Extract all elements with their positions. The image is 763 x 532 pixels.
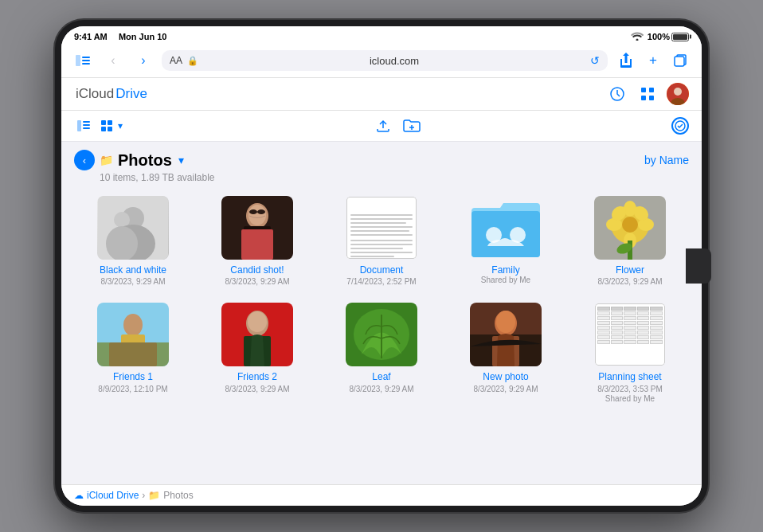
svg-rect-17 (101, 120, 106, 125)
svg-rect-6 (641, 88, 646, 92)
list-item[interactable]: Friends 2 8/3/2023, 9:29 AM (198, 296, 316, 409)
folder-title: Photos (118, 151, 172, 170)
clock-button[interactable] (606, 83, 628, 105)
list-item[interactable]: Black and white 8/3/2023, 9:29 AM (74, 190, 192, 293)
browser-toolbar: ‹ › AA 🔒 icloud.com ↺ + (61, 45, 702, 78)
cloud-icon: ☁ (74, 490, 84, 501)
breadcrumb-current: 📁 Photos (148, 490, 193, 501)
lock-icon: 🔒 (187, 56, 198, 66)
time: 9:41 AM (74, 32, 108, 41)
file-thumbnail-friends1 (97, 303, 169, 366)
file-date: 8/3/2023, 9:29 AM (473, 384, 538, 394)
screen: 9:41 AM Mon Jun 10 100% (61, 26, 702, 506)
svg-point-11 (674, 88, 682, 96)
svg-rect-16 (83, 127, 90, 129)
upload-button[interactable] (371, 114, 395, 138)
svg-rect-51 (109, 342, 157, 366)
folder-icon-crumb: 📁 (148, 490, 160, 501)
svg-rect-7 (649, 88, 654, 92)
file-thumbnail-folder (470, 196, 542, 260)
reload-button[interactable]: ↺ (590, 54, 600, 67)
file-shared: Shared by Me (605, 394, 655, 403)
svg-rect-4 (675, 57, 684, 66)
file-name: Friends 1 (113, 371, 153, 382)
file-thumbnail-flower (594, 196, 666, 260)
file-date: 8/3/2023, 9:29 AM (100, 276, 165, 287)
file-date: 8/3/2023, 9:29 AM (225, 384, 289, 394)
back-circle-button[interactable]: ‹ (74, 150, 95, 170)
new-folder-button[interactable] (400, 114, 424, 138)
icloud-drive-crumb: iCloud Drive (87, 490, 139, 501)
svg-point-30 (248, 205, 266, 225)
grid-button[interactable] (636, 83, 659, 105)
share-button[interactable] (614, 49, 638, 72)
list-item[interactable]: Planning sheet 8/3/2023, 3:53 PM Shared … (571, 296, 689, 409)
list-item[interactable]: Friends 1 8/9/2023, 12:10 PM (74, 296, 192, 409)
breadcrumb-nav: ☁ iCloud Drive › 📁 Photos (74, 490, 194, 501)
icloud-label: iCloud (76, 86, 114, 102)
list-item[interactable]: Leaf 8/3/2023, 9:29 AM (323, 296, 440, 409)
svg-rect-2 (82, 60, 90, 61)
svg-point-26 (106, 226, 138, 260)
file-name: Planning sheet (598, 371, 661, 382)
file-date: 8/3/2023, 9:29 AM (349, 384, 413, 394)
grid-view-button[interactable] (98, 119, 117, 133)
svg-rect-0 (76, 55, 80, 66)
tabs-button[interactable] (668, 49, 692, 72)
svg-rect-14 (83, 121, 90, 123)
svg-rect-13 (77, 120, 81, 131)
select-button[interactable] (671, 117, 689, 135)
file-browser-toolbar: ▾ (61, 111, 702, 142)
file-date: 7/14/2023, 2:52 PM (346, 276, 416, 287)
file-thumbnail-doc (346, 196, 417, 260)
folder-icon-small: 📁 (100, 154, 113, 166)
file-thumbnail-sheet (594, 303, 666, 366)
folder-menu-chevron[interactable]: ▾ (178, 154, 184, 166)
new-tab-button[interactable]: + (641, 49, 665, 72)
svg-rect-3 (82, 63, 90, 65)
svg-rect-1 (82, 57, 90, 58)
sidebar-view-button[interactable] (74, 119, 93, 133)
sort-button[interactable]: by Name (644, 154, 689, 166)
photos-crumb: Photos (163, 490, 193, 501)
breadcrumb-item-icloud[interactable]: ☁ iCloud Drive (74, 490, 139, 501)
svg-point-38 (622, 217, 638, 233)
file-grid: Black and white 8/3/2023, 9:29 AM (71, 190, 692, 409)
forward-button[interactable]: › (131, 49, 155, 72)
date: Mon Jun 10 (119, 32, 167, 41)
svg-point-32 (257, 209, 265, 214)
file-name: Friends 2 (237, 371, 277, 382)
svg-rect-18 (108, 120, 112, 125)
file-date: 8/3/2023, 3:53 PM (597, 384, 663, 394)
svg-point-54 (248, 311, 267, 332)
svg-point-61 (496, 311, 515, 333)
svg-rect-15 (83, 124, 90, 126)
svg-rect-33 (241, 229, 273, 260)
icloud-logo: iCloud Drive (74, 86, 147, 102)
list-item[interactable]: Document 7/14/2023, 2:52 PM (323, 190, 440, 293)
list-item[interactable]: Candid shot! 8/3/2023, 9:29 AM (198, 190, 316, 293)
breadcrumb-separator: › (142, 490, 145, 501)
device-frame: 9:41 AM Mon Jun 10 100% (55, 20, 708, 512)
list-item[interactable]: Flower 8/3/2023, 9:29 AM (571, 190, 689, 293)
status-right: 100% (631, 31, 689, 42)
battery-indicator: 100% (648, 32, 689, 41)
view-toggle: ▾ (98, 119, 123, 133)
file-date: 8/3/2023, 9:29 AM (597, 276, 662, 287)
sidebar-toggle-button[interactable] (71, 49, 95, 72)
header-actions (606, 83, 689, 105)
file-name: Candid shot! (230, 264, 284, 276)
list-item[interactable]: Family Shared by Me (447, 190, 565, 293)
items-count: 10 items, 1.89 TB available (71, 172, 692, 190)
aa-label[interactable]: AA (170, 55, 182, 66)
url-display: icloud.com (203, 55, 585, 67)
avatar[interactable] (667, 83, 689, 105)
main-content: ‹ 📁 Photos ▾ by Name 10 items, 1.89 TB a… (61, 142, 702, 484)
file-name: Leaf (372, 371, 390, 382)
home-button[interactable] (686, 248, 711, 284)
address-bar[interactable]: AA 🔒 icloud.com ↺ (162, 50, 608, 71)
list-item[interactable]: New photo 8/3/2023, 9:29 AM (447, 296, 565, 409)
sort-chevron-icon: ▾ (118, 120, 123, 131)
back-button[interactable]: ‹ (101, 49, 125, 72)
svg-point-49 (123, 314, 143, 336)
